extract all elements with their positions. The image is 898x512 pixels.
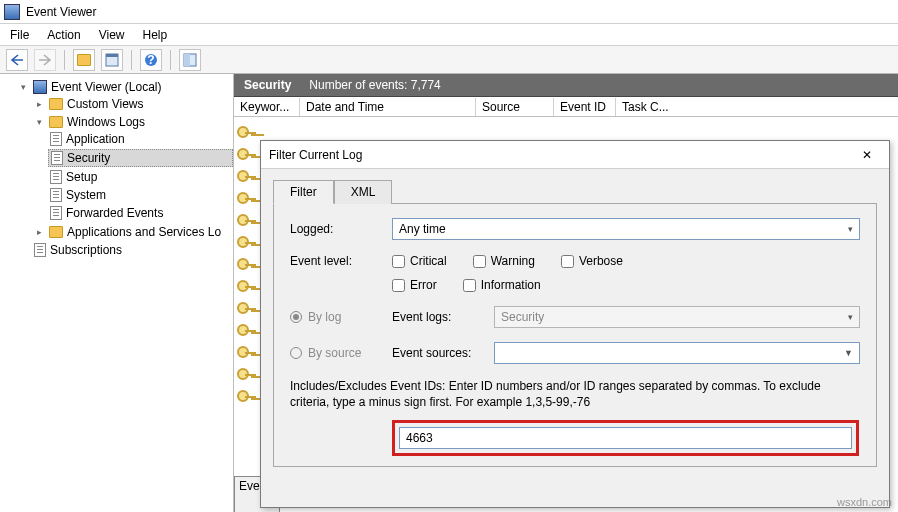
folder-button[interactable] (73, 49, 95, 71)
toolbar: ? (0, 46, 898, 74)
collapse-icon[interactable]: ▾ (18, 82, 29, 93)
folder-icon (49, 116, 63, 128)
chevron-down-icon: ▼ (844, 348, 853, 358)
tree-forwarded[interactable]: Forwarded Events (48, 205, 233, 221)
menu-help[interactable]: Help (143, 28, 168, 42)
check-verbose[interactable]: Verbose (561, 254, 623, 268)
log-icon (50, 206, 62, 220)
arrow-left-icon (10, 54, 24, 66)
check-error[interactable]: Error (392, 278, 437, 292)
window-title: Event Viewer (26, 5, 96, 19)
col-keywords[interactable]: Keywor... (234, 98, 300, 116)
tree-label: Forwarded Events (66, 206, 163, 220)
checkbox[interactable] (392, 279, 405, 292)
dialog-titlebar: Filter Current Log ✕ (261, 141, 889, 169)
radio-icon (290, 311, 302, 323)
tree-windows-logs[interactable]: ▾Windows Logs (32, 114, 233, 130)
svg-rect-1 (106, 54, 118, 57)
logged-combo[interactable]: Any time ▾ (392, 218, 860, 240)
tree-application[interactable]: Application (48, 131, 233, 147)
menu-view[interactable]: View (99, 28, 125, 42)
log-icon (51, 151, 63, 165)
col-source[interactable]: Source (476, 98, 554, 116)
help-button[interactable]: ? (140, 49, 162, 71)
titlebar: Event Viewer (0, 0, 898, 24)
tree-setup[interactable]: Setup (48, 169, 233, 185)
tree-root[interactable]: ▾ Event Viewer (Local) (16, 79, 233, 95)
key-icon[interactable] (238, 388, 256, 406)
key-icon[interactable] (238, 322, 256, 340)
check-information[interactable]: Information (463, 278, 541, 292)
tree-custom-views[interactable]: ▸Custom Views (32, 96, 233, 112)
checkbox[interactable] (392, 255, 405, 268)
log-icon (50, 170, 62, 184)
expand-icon[interactable]: ▸ (34, 227, 45, 238)
key-icon[interactable] (238, 168, 256, 186)
svg-text:?: ? (147, 53, 154, 67)
radio-bysource[interactable]: By source (290, 346, 382, 360)
tab-xml[interactable]: XML (334, 180, 393, 204)
checkbox[interactable] (463, 279, 476, 292)
key-icon[interactable] (238, 344, 256, 362)
eventlevel-label: Event level: (290, 254, 382, 268)
collapse-icon[interactable]: ▾ (34, 117, 45, 128)
tree-label: Windows Logs (67, 115, 145, 129)
forward-button[interactable] (34, 49, 56, 71)
logged-label: Logged: (290, 222, 382, 236)
tab-page-filter: Logged: Any time ▾ Event level: Critical… (273, 203, 877, 467)
eventsources-label: Event sources: (392, 346, 484, 360)
radio-icon (290, 347, 302, 359)
key-icon[interactable] (238, 124, 256, 142)
radio-bylog[interactable]: By log (290, 310, 382, 324)
key-icon[interactable] (238, 146, 256, 164)
check-warning[interactable]: Warning (473, 254, 535, 268)
key-icon[interactable] (238, 366, 256, 384)
eventsources-combo[interactable]: ▼ (494, 342, 860, 364)
id-help-text: Includes/Excludes Event IDs: Enter ID nu… (290, 378, 860, 410)
key-icon[interactable] (238, 300, 256, 318)
tree-label: Application (66, 132, 125, 146)
expand-icon[interactable]: ▸ (34, 99, 45, 110)
menu-action[interactable]: Action (47, 28, 80, 42)
back-button[interactable] (6, 49, 28, 71)
tab-filter[interactable]: Filter (273, 180, 334, 204)
event-id-input[interactable] (399, 427, 852, 449)
tree-label: System (66, 188, 106, 202)
checkbox[interactable] (561, 255, 574, 268)
tree-subscriptions[interactable]: Subscriptions (32, 242, 233, 258)
eventlogs-combo: Security ▾ (494, 306, 860, 328)
log-icon (34, 243, 46, 257)
toolbar-separator (64, 50, 65, 70)
key-icon[interactable] (238, 190, 256, 208)
panel-icon (105, 53, 119, 67)
dialog-tabs: Filter XML (273, 179, 877, 203)
close-button[interactable]: ✕ (853, 144, 881, 166)
properties-button[interactable] (101, 49, 123, 71)
close-icon: ✕ (862, 148, 872, 162)
col-eventid[interactable]: Event ID (554, 98, 616, 116)
tree-apps-services[interactable]: ▸Applications and Services Lo (32, 224, 233, 240)
tree-label: Subscriptions (50, 243, 122, 257)
key-icon[interactable] (238, 256, 256, 274)
menu-file[interactable]: File (10, 28, 29, 42)
key-icon[interactable] (238, 212, 256, 230)
col-taskc[interactable]: Task C... (616, 98, 686, 116)
toolbar-separator (131, 50, 132, 70)
check-critical[interactable]: Critical (392, 254, 447, 268)
tree-security[interactable]: Security (48, 149, 233, 167)
tree-system[interactable]: System (48, 187, 233, 203)
col-datetime[interactable]: Date and Time (300, 98, 476, 116)
chevron-down-icon: ▾ (848, 312, 853, 322)
key-icon[interactable] (238, 278, 256, 296)
menubar: File Action View Help (0, 24, 898, 46)
log-icon (50, 188, 62, 202)
log-icon (50, 132, 62, 146)
tree-label: Applications and Services Lo (67, 225, 221, 239)
checkbox[interactable] (473, 255, 486, 268)
eventlogs-label: Event logs: (392, 310, 484, 324)
refresh-button[interactable] (179, 49, 201, 71)
svg-rect-5 (184, 54, 190, 66)
folder-icon (49, 98, 63, 110)
key-icon[interactable] (238, 234, 256, 252)
dialog-title: Filter Current Log (269, 148, 362, 162)
